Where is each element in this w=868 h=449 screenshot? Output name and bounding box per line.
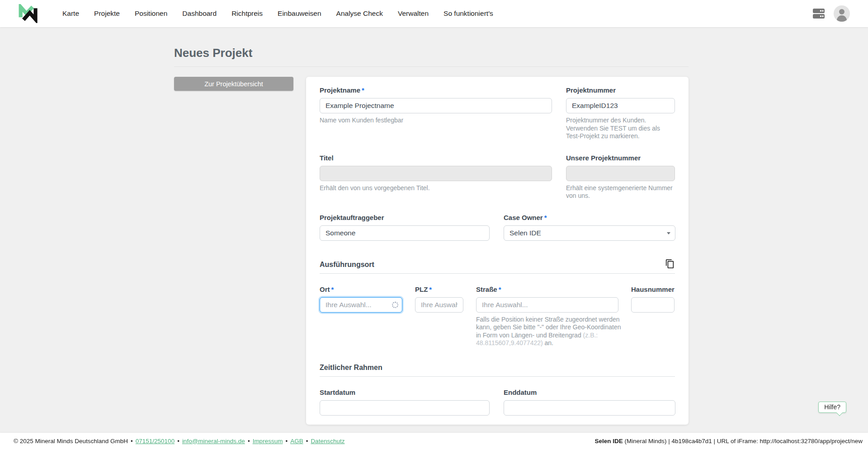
projektnummer-helper: Projektnummer des Kunden. Verwenden Sie …	[566, 117, 675, 140]
strasse-helper: Falls die Position keiner Straße zugeord…	[476, 316, 625, 347]
nav-item-dashboard[interactable]: Dashboard	[182, 9, 217, 17]
back-to-projects-button[interactable]: Zur Projektübersicht	[174, 77, 293, 91]
session-status: Selen IDE (Mineral Minds) | 4b198ca4b7d1…	[594, 438, 863, 444]
required-asterisk: *	[362, 86, 364, 94]
help-button[interactable]: Hilfe?	[818, 402, 846, 413]
ausfuehrungsort-section-title: Ausführungsort	[320, 261, 374, 269]
titel-label: Titel	[320, 154, 552, 162]
main-content: Neues Projekt Zur Projektübersicht Proje…	[174, 27, 689, 449]
required-asterisk: *	[331, 285, 334, 293]
project-form-card: Projektname* Name vom Kunden festlegbar …	[306, 77, 689, 425]
footer: © 2025 Mineral Minds Deutschland GmbH • …	[0, 433, 868, 449]
email-link[interactable]: info@mineral-minds.de	[182, 438, 245, 444]
strasse-label: Straße*	[476, 285, 618, 293]
nav-item-verwalten[interactable]: Verwalten	[398, 9, 429, 17]
ort-input[interactable]	[320, 297, 402, 313]
copy-icon[interactable]	[665, 259, 675, 269]
impressum-link[interactable]: Impressum	[253, 438, 283, 444]
startdatum-input[interactable]	[320, 400, 490, 416]
unsere-projektnummer-input	[566, 166, 675, 181]
nav-item-analyse-check[interactable]: Analyse Check	[336, 9, 383, 17]
projektnummer-input[interactable]	[566, 98, 675, 113]
nav-item-karte[interactable]: Karte	[62, 9, 79, 17]
nav-links: Karte Projekte Positionen Dashboard Rich…	[62, 9, 493, 18]
titel-helper: Erhält den von uns vorgegebenen Titel.	[320, 184, 552, 192]
top-navigation: Karte Projekte Positionen Dashboard Rich…	[0, 0, 868, 27]
enddatum-label: Enddatum	[504, 388, 675, 396]
projektname-helper: Name vom Kunden festlegbar	[320, 117, 552, 125]
loading-spinner-icon	[392, 302, 398, 308]
projektname-label: Projektname*	[320, 86, 552, 94]
case-owner-select[interactable]	[504, 225, 675, 241]
page-title: Neues Projekt	[174, 27, 689, 67]
nav-item-so-funktionierts[interactable]: So funktioniert's	[443, 9, 493, 17]
nav-item-projekte[interactable]: Projekte	[94, 9, 120, 17]
plz-input[interactable]	[415, 297, 463, 313]
startdatum-label: Startdatum	[320, 388, 490, 396]
datenschutz-link[interactable]: Datenschutz	[311, 438, 344, 444]
server-icon[interactable]	[812, 7, 826, 20]
unsere-projektnummer-label: Unsere Projektnummer	[566, 154, 675, 162]
hausnummer-label: Hausnummer	[631, 285, 675, 293]
required-asterisk: *	[429, 285, 432, 293]
plz-label: PLZ*	[415, 285, 463, 293]
help-button-label: Hilfe?	[824, 403, 840, 411]
required-asterisk: *	[544, 214, 547, 221]
nav-item-einbauweisen[interactable]: Einbauweisen	[278, 9, 321, 17]
user-avatar-icon[interactable]	[834, 5, 850, 22]
nav-item-richtpreis[interactable]: Richtpreis	[231, 9, 263, 17]
required-asterisk: *	[499, 285, 501, 293]
brand-logo-icon[interactable]	[18, 4, 39, 23]
strasse-input[interactable]	[476, 297, 618, 313]
projektauftraggeber-label: Projektauftraggeber	[320, 214, 490, 221]
projektnummer-label: Projektnummer	[566, 86, 675, 94]
zeitlicher-rahmen-section-title: Zeitlicher Rahmen	[320, 364, 382, 372]
case-owner-label: Case Owner*	[504, 214, 675, 221]
titel-input	[320, 166, 552, 181]
ort-label: Ort*	[320, 285, 402, 293]
agb-link[interactable]: AGB	[290, 438, 303, 444]
projektauftraggeber-input[interactable]	[320, 225, 490, 241]
nav-item-positionen[interactable]: Positionen	[135, 9, 167, 17]
copyright-text: © 2025 Mineral Minds Deutschland GmbH	[14, 438, 128, 444]
projektname-input[interactable]	[320, 98, 552, 113]
enddatum-input[interactable]	[504, 400, 675, 416]
unsere-projektnummer-helper: Erhält eine systemgenerierte Nummer von …	[566, 184, 675, 200]
phone-link[interactable]: 07151/250100	[136, 438, 175, 444]
hausnummer-input[interactable]	[631, 297, 675, 313]
